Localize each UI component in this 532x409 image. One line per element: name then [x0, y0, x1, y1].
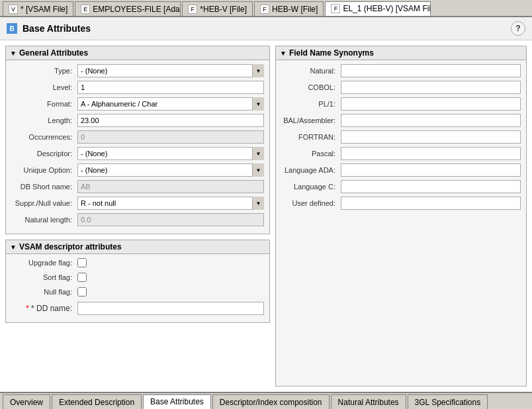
format-select[interactable]: A - Alphanumeric / Char — [77, 97, 264, 111]
tab-overview[interactable]: Overview — [3, 394, 50, 409]
descriptor-select[interactable]: - (None) — [77, 147, 264, 160]
tab-base-attributes-label: Base Attributes — [150, 397, 204, 406]
heb-w-icon: F — [260, 5, 269, 14]
sort-flag-row: Sort flag: — [11, 273, 264, 282]
general-arrow-icon: ▼ — [10, 50, 17, 57]
syn-langada-row: Language ADA: — [281, 163, 521, 177]
general-attributes-title: General Attributes — [19, 48, 88, 58]
tab-vsam[interactable]: V * [VSAM File] — [3, 1, 73, 16]
occurrences-input[interactable] — [77, 130, 264, 144]
format-select-wrapper: A - Alphanumeric / Char ▼ — [77, 97, 264, 111]
sort-flag-checkbox[interactable] — [77, 273, 87, 282]
tab-3gl-specifications[interactable]: 3GL Specifications — [408, 394, 488, 409]
syn-bal-input[interactable] — [341, 114, 521, 127]
tab-overview-label: Overview — [10, 398, 43, 407]
dd-name-input[interactable] — [77, 302, 264, 315]
content-panels: ▼ General Attributes Type: - (None) ▼ — [0, 40, 532, 392]
unique-option-row: Unique Option: - (None) ▼ — [11, 163, 264, 177]
page-title: Base Attributes — [22, 23, 511, 34]
tab-descriptor-index[interactable]: Descriptor/Index composition — [212, 394, 330, 409]
general-attributes-section: ▼ General Attributes Type: - (None) ▼ — [5, 46, 270, 234]
syn-pascal-input[interactable] — [341, 147, 521, 160]
syn-langc-label: Language C: — [281, 183, 341, 191]
header-icon: B — [7, 23, 17, 34]
syn-langc-input[interactable] — [341, 180, 521, 193]
syn-cobol-label: COBOL: — [281, 83, 341, 91]
tab-vsam-label: * [VSAM File] — [21, 5, 67, 14]
level-input[interactable] — [77, 81, 264, 94]
syn-langada-input[interactable] — [341, 163, 521, 177]
upgrade-flag-row: Upgrade flag: — [11, 258, 264, 267]
dd-name-row: * * DD name: — [11, 302, 264, 315]
length-row: Length: — [11, 114, 264, 127]
tab-el1-label: EL_1 (HEB-V) [VSAM File Field] (R — [343, 4, 431, 13]
syn-bal-row: BAL/Assembler: — [281, 114, 521, 127]
vsam-section-header: ▼ VSAM descriptor attributes — [6, 240, 269, 254]
natural-length-row: Natural length: — [11, 213, 264, 226]
vsam-icon: V — [9, 5, 18, 14]
syn-pl1-input[interactable] — [341, 97, 521, 111]
unique-option-select[interactable]: - (None) — [77, 163, 264, 177]
natural-length-input[interactable] — [77, 213, 264, 226]
el1-icon: F — [331, 4, 340, 13]
top-tab-bar: V * [VSAM File] E EMPLOYEES-FILE [Adabas… — [0, 0, 532, 17]
unique-option-select-wrapper: - (None) ▼ — [77, 163, 264, 177]
upgrade-flag-checkbox[interactable] — [77, 258, 87, 267]
db-short-name-input[interactable] — [77, 180, 264, 193]
level-label: Level: — [11, 83, 77, 91]
descriptor-label: Descriptor: — [11, 150, 77, 158]
null-flag-checkbox[interactable] — [77, 287, 87, 296]
syn-cobol-input[interactable] — [341, 81, 521, 94]
synonyms-header: ▼ Field Name Synonyms — [276, 46, 526, 60]
bottom-tab-bar: Overview Extended Description Base Attri… — [0, 392, 532, 409]
descriptor-select-wrapper: - (None) ▼ — [77, 147, 264, 160]
tab-descriptor-index-label: Descriptor/Index composition — [220, 398, 322, 407]
length-label: Length: — [11, 116, 77, 124]
synonyms-section: ▼ Field Name Synonyms Natural: COBOL: PL… — [275, 46, 527, 386]
tab-heb-w[interactable]: F HEB-W [File] — [254, 1, 324, 16]
syn-natural-input[interactable] — [341, 64, 521, 77]
syn-userdefined-input[interactable] — [341, 197, 521, 210]
syn-bal-label: BAL/Assembler: — [281, 116, 341, 124]
tab-extended-description-label: Extended Description — [59, 398, 134, 407]
tab-employees[interactable]: E EMPLOYEES-FILE [Adabas File] — [75, 1, 181, 16]
syn-fortran-input[interactable] — [341, 130, 521, 144]
vsam-section-content: Upgrade flag: Sort flag: Null flag: * * … — [6, 254, 269, 322]
upgrade-flag-label: Upgrade flag: — [11, 259, 77, 267]
vsam-section-title: VSAM descriptor attributes — [19, 242, 122, 251]
vsam-section: ▼ VSAM descriptor attributes Upgrade fla… — [5, 240, 270, 323]
synonyms-title: Field Name Synonyms — [289, 48, 374, 58]
supp-null-select-wrapper: R - not null ▼ — [77, 197, 264, 210]
descriptor-row: Descriptor: - (None) ▼ — [11, 147, 264, 160]
syn-userdefined-row: User defined: — [281, 197, 521, 210]
general-attributes-header: ▼ General Attributes — [6, 46, 269, 60]
length-input[interactable] — [77, 114, 264, 127]
syn-natural-row: Natural: — [281, 64, 521, 77]
type-select[interactable]: - (None) — [77, 64, 264, 77]
syn-pl1-row: PL/1: — [281, 97, 521, 111]
synonyms-content: Natural: COBOL: PL/1: BAL/Assembler: — [276, 60, 526, 217]
general-attributes-content: Type: - (None) ▼ Level: Format: — [6, 60, 269, 234]
tab-3gl-specifications-label: 3GL Specifications — [415, 398, 481, 407]
occurrences-row: Occurrences: — [11, 130, 264, 144]
supp-null-select[interactable]: R - not null — [77, 197, 264, 210]
tab-heb-v[interactable]: F *HEB-V [File] — [182, 1, 253, 16]
format-row: Format: A - Alphanumeric / Char ▼ — [11, 97, 264, 111]
db-short-name-row: DB Short name: — [11, 180, 264, 193]
sort-flag-label: Sort flag: — [11, 273, 77, 281]
db-short-name-label: DB Short name: — [11, 183, 77, 191]
help-button[interactable]: ? — [511, 21, 525, 36]
tab-heb-w-label: HEB-W [File] — [272, 5, 318, 14]
syn-natural-label: Natural: — [281, 67, 341, 75]
tab-natural-attributes[interactable]: Natural Attributes — [331, 394, 406, 409]
level-row: Level: — [11, 81, 264, 94]
syn-fortran-row: FORTRAN: — [281, 130, 521, 144]
tab-base-attributes[interactable]: Base Attributes — [143, 394, 211, 409]
supp-null-value-row: Suppr./Null value: R - not null ▼ — [11, 197, 264, 210]
tab-extended-description[interactable]: Extended Description — [52, 394, 142, 409]
syn-pascal-row: Pascal: — [281, 147, 521, 160]
tab-el1[interactable]: F EL_1 (HEB-V) [VSAM File Field] (R ✕ — [325, 1, 431, 16]
syn-langc-row: Language C: — [281, 180, 521, 193]
dd-name-label: * * DD name: — [11, 304, 77, 313]
type-row: Type: - (None) ▼ — [11, 64, 264, 77]
